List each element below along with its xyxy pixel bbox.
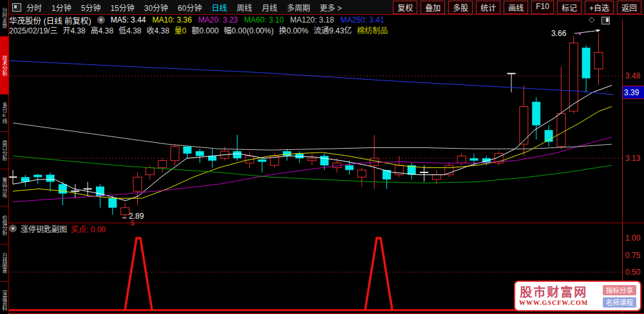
sidebar-tab-6[interactable]: 价值分析 <box>0 207 8 245</box>
candle-down <box>469 158 478 161</box>
toolbar-button[interactable]: 返回 <box>617 1 641 14</box>
info-item: 开4.38 <box>62 24 85 35</box>
ma-legend-item: MA10: 3.36 <box>152 15 191 24</box>
tdx-stock-app-window: 分时走势技术分析多日K线盘口分析筹码分布价值分析日线图表深度资料 分时1分钟5分… <box>0 0 644 314</box>
candle-up <box>133 177 142 191</box>
toolbar-button[interactable]: 画线 <box>504 1 528 14</box>
window-layout-icon[interactable] <box>12 3 21 12</box>
candle-up <box>557 114 565 147</box>
toolbar-button[interactable]: 复权 <box>393 1 417 14</box>
price-label: 3.13 <box>625 154 640 163</box>
period-tab[interactable]: 周线 <box>236 2 252 13</box>
candle-down <box>258 160 267 162</box>
candle-down <box>46 175 55 182</box>
info-item: 低4.38 <box>118 24 141 35</box>
sidebar-tab-8[interactable]: 深度资料 <box>0 282 8 314</box>
annotations-layer: 3.66←2.89 <box>121 29 600 221</box>
candle-up <box>520 107 528 145</box>
ma-legend-item: MA5: 3.44 <box>111 15 146 24</box>
candle-down <box>59 184 67 194</box>
info-item: 流通9.43亿 <box>314 24 352 35</box>
candles-layer <box>9 33 603 219</box>
indicator-panel-header: ▾ 涨停钥匙副图 买点: 0.00 <box>9 224 614 233</box>
toolbar-button[interactable]: 统计 <box>476 1 500 14</box>
period-tab[interactable]: 更多 > <box>320 2 342 13</box>
indicator-label: 0.50 <box>625 268 640 277</box>
ma-legend: MA5: 3.44MA10: 3.36MA20: 3.23MA60: 3.10M… <box>111 15 384 24</box>
sidebar-tab-3[interactable]: 多日K线 <box>0 95 8 132</box>
period-tab[interactable]: 5分钟 <box>81 2 101 13</box>
buy-signal-value: 买点: 0.00 <box>71 223 106 234</box>
sidebar-tab-2[interactable]: 技术分析 <box>0 37 8 95</box>
sidebar-tab-1[interactable]: 分时走势 <box>0 0 8 37</box>
stock-header-row: 华茂股份 (日线 前复权) ▾ MA5: 3.44MA10: 3.36MA20:… <box>9 15 644 25</box>
ohlc-info-bar: 2025/02/19/三开4.38高4.38低4.38收4.38量0额0.000… <box>9 25 614 35</box>
candle-down <box>345 165 354 170</box>
ma-legend-item: MA120: 3.18 <box>290 15 334 24</box>
info-item: 收4.38 <box>146 24 169 35</box>
watermark-badge: 名师课程 <box>603 297 636 308</box>
candle-up <box>457 156 466 163</box>
ma-legend-item: MA250: 3.41 <box>341 15 384 24</box>
buy-signal-spike <box>125 238 152 310</box>
sidebar-tab-5[interactable]: 筹码分布 <box>0 169 8 207</box>
candle-up <box>569 43 578 111</box>
indicator-name[interactable]: 涨停钥匙副图 <box>21 223 67 234</box>
watermark-left: 股市财富网 WWW.GSCFW.COM <box>519 286 588 306</box>
period-tab[interactable]: 月线 <box>262 2 278 13</box>
info-item: 量0 <box>175 24 187 35</box>
candle-up <box>158 161 167 168</box>
candle-up <box>432 175 440 180</box>
watermark-site-name: 股市财富网 <box>520 286 587 299</box>
period-tab[interactable]: 多周期 <box>287 2 310 13</box>
period-tab[interactable]: 分时 <box>26 2 42 13</box>
toolbar-button[interactable]: 多股 <box>448 1 473 14</box>
candle-up <box>370 158 379 165</box>
left-tab-strip: 分时走势技术分析多日K线盘口分析筹码分布价值分析日线图表深度资料 <box>0 0 9 314</box>
indicator-label: 1.00 <box>625 234 640 243</box>
chevron-down-icon[interactable]: ▾ <box>97 16 105 24</box>
watermark-site-url: WWW.GSCFW.COM <box>519 299 588 306</box>
watermark-badges: 指标分享名师课程 <box>603 285 636 308</box>
price-axis-line <box>622 19 623 313</box>
candle-down <box>196 151 204 156</box>
toolbar-button[interactable]: 标记 <box>557 1 582 14</box>
toolbar-button[interactable]: +自选 <box>585 1 614 14</box>
candle-down <box>233 151 242 158</box>
panel-toggle-icon[interactable] <box>601 17 610 24</box>
period-tab[interactable]: 60分钟 <box>178 2 202 13</box>
period-tab[interactable]: 15分钟 <box>110 2 134 13</box>
info-item: 额0.000 <box>192 24 219 35</box>
sidebar-tab-4[interactable]: 盘口分析 <box>0 132 8 169</box>
candle-down <box>532 102 540 125</box>
toolbar-button[interactable]: F10 <box>531 1 554 14</box>
watermark-card: 股市财富网 WWW.GSCFW.COM 指标分享名师课程 <box>514 281 641 311</box>
period-tab[interactable]: 日线 <box>211 2 227 13</box>
toolbar-button[interactable]: 叠加 <box>421 1 445 14</box>
ma-line-ma250 <box>9 60 614 95</box>
candle-down <box>33 175 42 178</box>
candle-down <box>108 198 117 208</box>
dollar-mark: $ <box>131 219 135 226</box>
candle-up <box>146 168 154 175</box>
candle-down <box>183 147 191 154</box>
candle-down <box>283 151 291 156</box>
period-tab[interactable]: 30分钟 <box>144 2 168 13</box>
diamond-mark-icon[interactable]: ◇ <box>589 15 594 24</box>
price-label: 3.48 <box>625 71 640 80</box>
candle-down <box>582 48 591 78</box>
sidebar-tab-7[interactable]: 日线图表 <box>0 245 8 282</box>
ma-legend-item: MA20: 3.23 <box>198 15 238 24</box>
buy-signal-spike <box>365 238 392 310</box>
current-price-badge: 3.39 <box>623 86 644 99</box>
chevron-down-icon[interactable]: ▾ <box>9 225 17 232</box>
watermark-badge: 指标分享 <box>603 285 636 295</box>
main-candlestick-chart[interactable]: 3.66←2.89 <box>9 27 623 223</box>
toolbar-right-buttons: 复权叠加多股统计画线F10标记+自选返回 <box>393 1 644 14</box>
ma-legend-item: MA60: 3.10 <box>244 15 283 24</box>
period-tabs: 分时1分钟5分钟15分钟30分钟60分钟日线周线月线多周期更多 > <box>26 2 342 13</box>
info-item: 棉纺制品 <box>357 24 388 35</box>
indicator-label: 0.75 <box>625 251 640 260</box>
period-tab[interactable]: 1分钟 <box>52 2 71 13</box>
info-item: 幅0.00(0.00%) <box>224 24 274 35</box>
